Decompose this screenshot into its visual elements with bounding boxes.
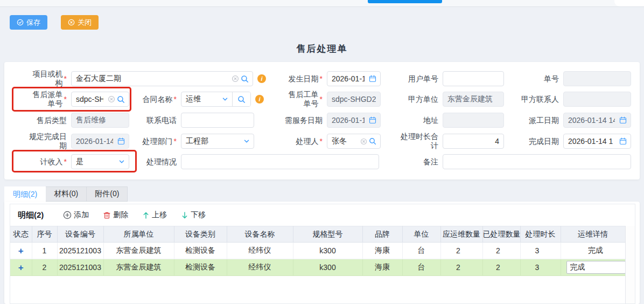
remark-input[interactable] bbox=[443, 155, 631, 169]
field-phone: 联系电话 bbox=[136, 113, 254, 128]
work-order-no-input bbox=[327, 92, 380, 106]
situation-input[interactable] bbox=[181, 155, 379, 169]
order-no-input bbox=[564, 72, 631, 86]
field-income: 计收入* 是 bbox=[26, 154, 129, 169]
calendar-icon[interactable] bbox=[619, 137, 627, 145]
table-header-row: 状态 序号 设备编号 所属单位 设备类别 设备名称 规格型号 品牌 单位 应运维… bbox=[10, 226, 625, 243]
cell-duration: 3 bbox=[520, 243, 561, 259]
income-value: 是 bbox=[72, 157, 118, 167]
info-icon[interactable]: i bbox=[255, 95, 264, 103]
calendar-icon bbox=[369, 116, 376, 124]
cell-duration: 3 bbox=[520, 259, 561, 276]
field-occur-date: 发生日期* bbox=[282, 71, 381, 86]
field-party-a-unit: 甲方单位 bbox=[397, 92, 504, 107]
clear-icon[interactable] bbox=[108, 95, 115, 103]
chevron-down-icon bbox=[243, 138, 250, 144]
chevron-down-icon bbox=[118, 158, 125, 165]
contract-name-label: 合同名称 bbox=[143, 95, 173, 104]
finish-date-input[interactable] bbox=[564, 134, 619, 148]
phone-input[interactable] bbox=[181, 113, 254, 127]
tab-detail[interactable]: 明细(2) bbox=[4, 186, 46, 202]
finish-date-label: 完成日期 bbox=[529, 137, 559, 146]
info-icon[interactable]: i bbox=[257, 74, 266, 83]
phone-label: 联系电话 bbox=[146, 116, 177, 125]
table-row[interactable]: + 1 2025121003 东营金辰建筑 检测设备 经纬仪 k300 海康 台… bbox=[10, 243, 625, 259]
trash-icon bbox=[103, 211, 111, 219]
cell-detail: 完成 bbox=[561, 243, 625, 259]
col-brand: 品牌 bbox=[362, 226, 402, 243]
duration-total-input[interactable] bbox=[443, 134, 503, 148]
arrow-down-icon bbox=[181, 211, 188, 219]
department-label: 处理部门 bbox=[143, 137, 173, 146]
department-select[interactable]: 工程部 bbox=[181, 134, 254, 149]
add-button[interactable]: 添加 bbox=[63, 210, 89, 220]
field-order-no: 单号 bbox=[518, 71, 631, 86]
dispatch-date-input bbox=[564, 113, 619, 127]
required-mark: * bbox=[174, 95, 177, 103]
chevron-down-icon bbox=[222, 96, 228, 102]
field-dispatch-date: 派工日期 bbox=[518, 113, 631, 128]
arrow-up-icon bbox=[142, 211, 150, 219]
close-button[interactable]: 关闭 bbox=[61, 15, 99, 30]
search-icon[interactable] bbox=[117, 95, 125, 103]
service-type-input-wrap bbox=[71, 113, 129, 128]
form-panel: 项目或机构* i 发生日期* 用户单号 单号 售后派单单号* bbox=[4, 62, 640, 179]
contract-search-button[interactable] bbox=[232, 92, 250, 106]
cell-category: 检测设备 bbox=[174, 243, 227, 259]
col-status: 状态 bbox=[10, 226, 32, 243]
clear-icon[interactable] bbox=[360, 138, 367, 145]
required-mark: * bbox=[64, 95, 67, 103]
dispatch-date-input-wrap bbox=[563, 113, 631, 128]
table-row[interactable]: + 2 2025121003 东营金辰建筑 检测设备 经纬仪 k300 海康 台… bbox=[10, 259, 625, 276]
row-plus-icon[interactable]: + bbox=[18, 262, 24, 273]
cell-seq: 2 bbox=[32, 259, 57, 276]
tab-attachment[interactable]: 附件(0) bbox=[87, 186, 128, 202]
circle-plus-icon bbox=[63, 211, 72, 219]
save-button-label: 保存 bbox=[26, 18, 40, 27]
deadline-input bbox=[72, 134, 117, 148]
occur-date-label: 发生日期 bbox=[289, 74, 319, 84]
cell-qty-due: 2 bbox=[440, 243, 482, 259]
col-qty-due: 应运维数量 bbox=[440, 226, 482, 243]
move-down-button[interactable]: 下移 bbox=[181, 210, 206, 220]
handler-input[interactable] bbox=[327, 134, 360, 148]
calendar-icon bbox=[117, 137, 125, 145]
party-a-unit-input-wrap bbox=[443, 92, 504, 107]
department-value: 工程部 bbox=[181, 136, 243, 146]
cell-qty-due: 2 bbox=[440, 259, 482, 276]
cell-code: 2025121003 bbox=[57, 259, 103, 276]
required-mark: * bbox=[320, 95, 323, 103]
required-mark: * bbox=[64, 74, 67, 83]
move-down-button-label: 下移 bbox=[191, 210, 206, 220]
dispatch-no-input[interactable] bbox=[72, 92, 108, 106]
occur-date-input[interactable] bbox=[327, 72, 369, 86]
circle-check-icon bbox=[17, 19, 24, 26]
cell-name: 经纬仪 bbox=[227, 259, 293, 276]
project-input[interactable] bbox=[72, 72, 232, 86]
income-select[interactable]: 是 bbox=[71, 154, 129, 169]
delete-button[interactable]: 删除 bbox=[103, 210, 128, 220]
search-icon[interactable] bbox=[241, 75, 249, 83]
work-order-no-input-wrap bbox=[327, 92, 381, 107]
search-icon[interactable] bbox=[369, 137, 376, 145]
col-model: 规格型号 bbox=[293, 226, 362, 243]
cell-name: 经纬仪 bbox=[227, 243, 293, 259]
cell-unit: 东营金辰建筑 bbox=[103, 243, 174, 259]
detail-cell-input[interactable] bbox=[566, 261, 626, 274]
save-button[interactable]: 保存 bbox=[10, 15, 47, 30]
table-scrollbar[interactable] bbox=[625, 226, 635, 303]
work-order-no-label: 售后工单单号 bbox=[282, 90, 319, 108]
required-mark: * bbox=[320, 137, 323, 146]
deadline-input-wrap bbox=[71, 134, 129, 149]
row-plus-icon[interactable]: + bbox=[18, 246, 24, 256]
deadline-label: 规定完成日期 bbox=[26, 132, 67, 150]
handler-input-wrap bbox=[327, 134, 381, 149]
tab-material[interactable]: 材料(0) bbox=[46, 186, 87, 202]
calendar-icon[interactable] bbox=[369, 75, 376, 82]
contract-name-select[interactable]: 运维 bbox=[181, 92, 251, 107]
col-uom: 单位 bbox=[402, 226, 440, 243]
clear-icon[interactable] bbox=[232, 75, 239, 82]
cell-model: k300 bbox=[293, 259, 362, 276]
move-up-button[interactable]: 上移 bbox=[142, 210, 167, 220]
user-order-no-input[interactable] bbox=[443, 72, 503, 86]
